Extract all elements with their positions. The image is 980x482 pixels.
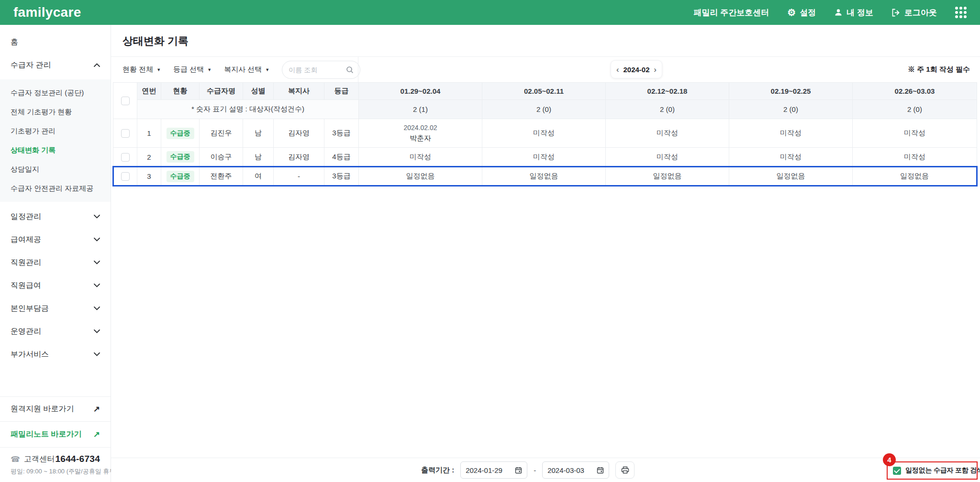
col-header-grade: 등급 xyxy=(324,83,359,100)
week-cell-no-schedule[interactable]: 일정없음 xyxy=(853,167,977,186)
calendar-icon[interactable] xyxy=(515,467,522,474)
grade-filter-select[interactable]: 등급 선택 ▼ xyxy=(173,65,212,74)
table-row-highlighted: 3 수급중 전환주 여 - 3등급 일정없음 일정없음 일정없음 일정없음 일정… xyxy=(113,167,977,186)
status-cell: 수급중 xyxy=(161,119,200,148)
sidebar-item-counsel-log[interactable]: 상담일지 xyxy=(0,160,111,179)
print-from-date-input[interactable]: 2024-01-29 xyxy=(460,461,527,479)
app-logo[interactable]: familycare xyxy=(13,5,81,20)
week-cell-missing[interactable]: 미작성 xyxy=(853,148,977,167)
week-cell-no-schedule[interactable]: 일정없음 xyxy=(729,167,853,186)
sidebar-group-payroll[interactable]: 직원급여 xyxy=(0,274,111,297)
status-badge: 수급중 xyxy=(167,151,194,163)
week-cell-completed[interactable]: 2024.02.02 박춘자 xyxy=(359,119,482,148)
row-no: 3 xyxy=(137,167,161,186)
week-cell-missing[interactable]: 미작성 xyxy=(482,148,606,167)
sidebar-item-safety-materials[interactable]: 수급자 안전관리 자료제공 xyxy=(0,179,111,198)
recipient-name[interactable]: 전환주 xyxy=(200,167,243,186)
print-period-label: 출력기간 : xyxy=(421,466,454,475)
worker-name: 김자영 xyxy=(274,148,324,167)
recipients-submenu: 수급자 정보관리 (공단) 전체 기초평가 현황 기초평가 관리 상태변화 기록… xyxy=(0,79,111,202)
customer-center-hours: 평일: 09:00 ~ 18:00 (주말/공휴일 휴무) xyxy=(11,467,100,476)
week-4-count: 2 (0) xyxy=(729,100,853,119)
row-select-cell xyxy=(113,167,137,186)
caret-down-icon: ▼ xyxy=(265,67,269,72)
divider xyxy=(358,57,358,82)
main-content: 상태변화 기록 현황 전체 ▼ 등급 선택 ▼ 복지사 선택 ▼ xyxy=(111,25,980,458)
sidebar-group-copay[interactable]: 본인부담금 xyxy=(0,297,111,320)
week-3-count: 2 (0) xyxy=(606,100,729,119)
customer-center-box: ☎ 고객센터 1644-6734 평일: 09:00 ~ 18:00 (주말/공… xyxy=(0,447,111,482)
worker-filter-select[interactable]: 복지사 선택 ▼ xyxy=(224,65,269,74)
week-cell-missing[interactable]: 미작성 xyxy=(606,119,729,148)
sidebar-item-basic-assessment[interactable]: 기초평가 관리 xyxy=(0,121,111,141)
row-select-cell xyxy=(113,119,137,148)
week-cell-missing[interactable]: 미작성 xyxy=(482,119,606,148)
sidebar-group-recipients[interactable]: 수급자 관리 xyxy=(0,54,111,77)
table-row: 2 수급중 이승구 남 김자영 4등급 미작성 미작성 미작성 미작성 미작성 xyxy=(113,148,977,167)
name-search-box[interactable] xyxy=(282,61,360,79)
calendar-icon[interactable] xyxy=(597,467,604,474)
row-no: 1 xyxy=(137,119,161,148)
week-cell-missing[interactable]: 미작성 xyxy=(606,148,729,167)
table-row: 1 수급중 김진우 남 김자영 3등급 2024.02.02 박춘자 미작성 미… xyxy=(113,119,977,148)
sidebar-item-recipient-info[interactable]: 수급자 정보관리 (공단) xyxy=(0,83,111,102)
search-icon[interactable] xyxy=(346,66,354,74)
row-checkbox[interactable] xyxy=(121,172,130,181)
recipient-name[interactable]: 이승구 xyxy=(200,148,243,167)
count-legend: * 숫자 표기 설명 : 대상자(작성건수) xyxy=(137,100,359,119)
sidebar-group-schedule[interactable]: 일정관리 xyxy=(0,205,111,228)
prev-month-button[interactable]: ‹ xyxy=(616,66,620,74)
settings-button[interactable]: ⚙ 설정 xyxy=(787,7,816,18)
col-header-no: 연번 xyxy=(137,83,161,100)
sidebar-item-status-change-record[interactable]: 상태변화 기록 xyxy=(0,141,111,160)
sidebar-group-addon-services[interactable]: 부가서비스 xyxy=(0,343,111,366)
sidebar-group-staff[interactable]: 직원관리 xyxy=(0,251,111,274)
col-header-status: 현황 xyxy=(161,83,200,100)
week-cell-no-schedule[interactable]: 일정없음 xyxy=(359,167,482,186)
col-header-week-4: 02.19~02.25 xyxy=(729,83,853,100)
customer-center-label: 고객센터 xyxy=(24,454,55,464)
print-to-date-input[interactable]: 2024-03-03 xyxy=(542,461,609,479)
sidebar-item-home[interactable]: 홈 xyxy=(0,31,111,54)
month-navigator: ‹ 2024-02 › xyxy=(611,60,662,78)
chevron-down-icon xyxy=(94,284,100,287)
week-cell-missing[interactable]: 미작성 xyxy=(729,148,853,167)
col-header-name: 수급자명 xyxy=(200,83,243,100)
include-no-schedule-callout: 일정없는 수급자 포함 검색 xyxy=(887,461,978,480)
chevron-down-icon xyxy=(94,238,100,241)
logout-button[interactable]: 로그아웃 xyxy=(891,7,937,18)
week-cell-missing[interactable]: 미작성 xyxy=(359,148,482,167)
row-no: 2 xyxy=(137,148,161,167)
remote-support-link[interactable]: 원격지원 바로가기 ↗ xyxy=(0,396,111,421)
recipient-name[interactable]: 김진우 xyxy=(200,119,243,148)
logout-icon xyxy=(891,9,901,17)
week-cell-missing[interactable]: 미작성 xyxy=(729,119,853,148)
select-all-checkbox[interactable] xyxy=(121,97,130,105)
name-search-input[interactable] xyxy=(289,66,346,74)
week-cell-missing[interactable]: 미작성 xyxy=(853,119,977,148)
printer-icon xyxy=(621,466,629,474)
week-cell-no-schedule[interactable]: 일정없음 xyxy=(606,167,729,186)
family-note-link[interactable]: 패밀리노트 바로가기 ↗ xyxy=(0,421,111,447)
caret-down-icon: ▼ xyxy=(207,67,212,72)
week-2-count: 2 (0) xyxy=(482,100,606,119)
col-header-sex: 성별 xyxy=(243,83,274,100)
apps-grid-button[interactable] xyxy=(955,7,967,18)
my-info-button[interactable]: 내 정보 xyxy=(834,7,873,18)
col-header-week-1: 01.29~02.04 xyxy=(359,83,482,100)
annotation-badge-4: 4 xyxy=(883,453,896,466)
external-link-icon: ↗ xyxy=(93,429,100,439)
sidebar-item-overall-assessment[interactable]: 전체 기초평가 현황 xyxy=(0,102,111,121)
print-button[interactable] xyxy=(615,461,635,479)
sidebar-group-operations[interactable]: 운영관리 xyxy=(0,320,111,343)
status-change-table: 연번 현황 수급자명 성별 복지사 등급 01.29~02.04 02.05~0… xyxy=(112,82,978,186)
phone-icon: ☎ xyxy=(11,455,20,464)
week-5-count: 2 (0) xyxy=(853,100,977,119)
next-month-button[interactable]: › xyxy=(653,66,657,74)
week-cell-no-schedule[interactable]: 일정없음 xyxy=(482,167,606,186)
status-filter-select[interactable]: 현황 전체 ▼ xyxy=(122,65,161,74)
include-no-schedule-checkbox[interactable] xyxy=(893,467,901,475)
sidebar-group-benefit[interactable]: 급여제공 xyxy=(0,228,111,251)
row-checkbox[interactable] xyxy=(121,129,130,138)
row-checkbox[interactable] xyxy=(121,153,130,162)
